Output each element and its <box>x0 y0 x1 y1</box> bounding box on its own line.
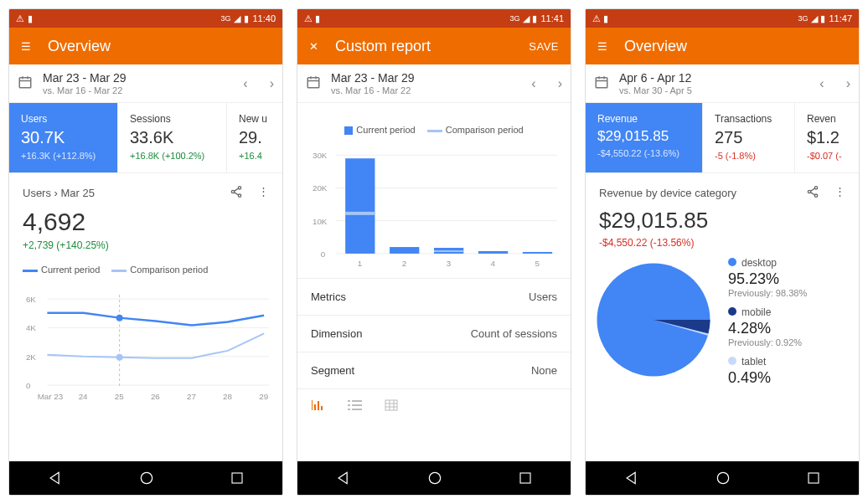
detail-value: $29,015.85 <box>599 208 845 234</box>
svg-text:24: 24 <box>79 392 88 401</box>
prev-period-icon[interactable]: ‹ <box>531 76 535 91</box>
recents-icon[interactable] <box>806 471 821 486</box>
recents-icon[interactable] <box>518 471 533 486</box>
svg-text:28: 28 <box>223 392 232 401</box>
svg-text:1: 1 <box>358 259 362 268</box>
next-period-icon[interactable]: › <box>270 76 274 91</box>
chart-legend: Current period Comparison period <box>23 265 269 275</box>
metric-card-revenue-per[interactable]: Reven $1.2 -$0.07 (- <box>795 103 859 173</box>
svg-text:30K: 30K <box>313 151 328 160</box>
detail-panel: Users › Mar 25 ⋮ 4,692 +2,739 (+140.25%)… <box>9 173 282 421</box>
svg-text:0: 0 <box>321 249 326 259</box>
metric-card-revenue[interactable]: Revenue $29,015.85 -$4,550.22 (-13.6%) <box>586 103 703 173</box>
date-range-bar[interactable]: Apr 6 - Apr 12 vs. Mar 30 - Apr 5 ‹ › <box>586 64 859 103</box>
svg-text:4K: 4K <box>26 323 36 332</box>
prev-period-icon[interactable]: ‹ <box>243 76 247 91</box>
date-range-bar[interactable]: Mar 23 - Mar 29 vs. Mar 16 - Mar 22 ‹ › <box>9 64 282 103</box>
option-segment[interactable]: Segment None <box>297 352 571 388</box>
next-period-icon[interactable]: › <box>558 76 562 91</box>
svg-text:5: 5 <box>535 259 540 268</box>
battery-icon: ▮ <box>244 13 249 24</box>
clock: 11:40 <box>252 13 276 23</box>
signal-icon: ◢ <box>234 13 240 24</box>
metrics-row: Revenue $29,015.85 -$4,550.22 (-13.6%) T… <box>586 103 859 173</box>
detail-delta: -$4,550.22 (-13.56%) <box>599 237 845 249</box>
svg-rect-49 <box>348 409 350 410</box>
menu-icon[interactable]: ☰ <box>597 40 607 53</box>
svg-point-13 <box>116 315 123 321</box>
home-icon[interactable] <box>715 470 731 486</box>
metric-card-users[interactable]: Users 30.7K +16.3K (+112.8%) <box>9 103 118 173</box>
svg-text:10K: 10K <box>313 217 328 226</box>
svg-point-14 <box>116 354 123 361</box>
svg-point-22 <box>141 472 152 483</box>
svg-text:25: 25 <box>115 392 124 401</box>
calendar-icon <box>18 75 33 92</box>
page-title: Overview <box>624 38 687 55</box>
svg-rect-23 <box>232 473 242 483</box>
svg-rect-54 <box>596 78 607 88</box>
back-icon[interactable] <box>335 470 352 486</box>
page-title: Overview <box>48 38 111 55</box>
svg-rect-45 <box>348 400 350 402</box>
save-button[interactable]: SAVE <box>529 40 559 53</box>
breadcrumb: Users › Mar 25 <box>23 187 95 199</box>
pie-chart <box>591 257 716 383</box>
more-icon[interactable]: ⋮ <box>834 185 845 201</box>
line-chart: 6K 4K 2K 0 Mar 23 24 25 26 27 28 29 <box>23 281 269 407</box>
metric-card-new-users[interactable]: New u 29. +16.4 <box>227 103 282 173</box>
chart-view-icon[interactable] <box>311 399 326 414</box>
next-period-icon[interactable]: › <box>846 76 850 91</box>
svg-rect-48 <box>352 404 362 406</box>
home-icon[interactable] <box>426 470 443 486</box>
compare-range: vs. Mar 16 - Mar 22 <box>43 85 127 95</box>
svg-rect-35 <box>390 247 419 254</box>
recents-icon[interactable] <box>230 471 245 486</box>
menu-icon[interactable]: ☰ <box>21 40 31 53</box>
svg-text:6K: 6K <box>26 295 36 304</box>
page-title: Custom report <box>335 38 431 55</box>
home-icon[interactable] <box>138 470 155 486</box>
list-view-icon[interactable] <box>348 399 363 414</box>
table-view-icon[interactable] <box>385 399 398 414</box>
metric-card-transactions[interactable]: Transactions 275 -5 (-1.8%) <box>703 103 795 173</box>
back-icon[interactable] <box>623 470 640 486</box>
android-navbar <box>586 461 859 495</box>
android-navbar <box>9 461 282 495</box>
prev-period-icon[interactable]: ‹ <box>819 76 824 91</box>
svg-text:2K: 2K <box>26 352 36 362</box>
svg-text:26: 26 <box>151 392 160 401</box>
status-bar: ⚠ ▮ 3G ◢ ▮ 11:47 <box>586 9 859 28</box>
app-bar: ☰ Overview <box>586 28 859 64</box>
svg-text:0: 0 <box>26 381 31 390</box>
app-bar: ✕ Custom report SAVE <box>297 28 571 64</box>
svg-rect-46 <box>352 400 362 402</box>
legend-tablet: tablet 0.49% <box>728 356 807 387</box>
option-dimension[interactable]: Dimension Count of sessions <box>297 315 571 352</box>
back-icon[interactable] <box>47 470 64 486</box>
app-bar: ☰ Overview <box>9 28 282 64</box>
calendar-icon <box>594 75 609 92</box>
share-icon[interactable] <box>806 185 819 201</box>
svg-rect-47 <box>348 404 350 406</box>
legend-mobile: mobile 4.28% Previously: 0.92% <box>728 306 807 347</box>
svg-text:27: 27 <box>187 392 196 401</box>
svg-rect-50 <box>352 409 362 410</box>
date-range-bar[interactable]: Mar 23 - Mar 29 vs. Mar 16 - Mar 22 ‹ › <box>297 64 571 103</box>
svg-rect-39 <box>523 252 552 254</box>
phone-screen-custom-report: ⚠ ▮ 3G ◢ ▮ 11:41 ✕ Custom report SAVE Ma… <box>297 8 571 496</box>
sim-icon: ▮ <box>28 13 33 24</box>
option-metrics[interactable]: Metrics Users <box>297 278 571 315</box>
svg-rect-51 <box>385 400 397 410</box>
svg-text:Mar 23: Mar 23 <box>38 392 64 401</box>
share-icon[interactable] <box>230 185 243 201</box>
status-bar: ⚠ ▮ 3G ◢ ▮ 11:40 <box>9 9 282 28</box>
svg-rect-38 <box>478 251 508 254</box>
metrics-row: Users 30.7K +16.3K (+112.8%) Sessions 33… <box>9 103 282 173</box>
svg-rect-34 <box>345 212 375 215</box>
more-icon[interactable]: ⋮ <box>258 185 269 201</box>
chart-legend: Current period Comparison period <box>311 125 557 135</box>
warning-icon: ⚠ <box>16 13 24 24</box>
close-icon[interactable]: ✕ <box>309 40 318 53</box>
metric-card-sessions[interactable]: Sessions 33.6K +16.8K (+100.2%) <box>118 103 227 173</box>
